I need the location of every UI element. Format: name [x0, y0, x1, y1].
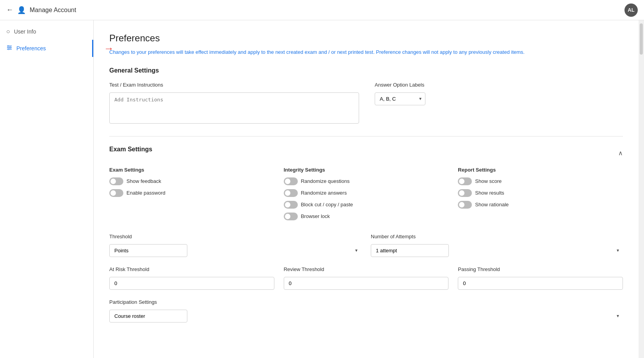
- toggle-thumb-2: [110, 190, 116, 196]
- scrollbar-thumb[interactable]: [640, 23, 643, 55]
- threshold-row: Threshold Points Percentage ▾ Number of …: [109, 234, 623, 257]
- red-arrow-icon: →: [104, 43, 114, 55]
- participation-settings-label: Participation Settings: [109, 299, 623, 305]
- header: ← 👤 Manage Account AL: [0, 0, 644, 20]
- answer-option-labels-group: Answer Option Labels A, B, C 1, 2, 3 a, …: [375, 82, 425, 105]
- review-threshold-label: Review Threshold: [284, 266, 449, 272]
- enable-password-label: Enable password: [126, 190, 165, 196]
- show-feedback-label: Show feedback: [126, 178, 161, 184]
- info-text: Changes to your preferences will take ef…: [109, 48, 623, 56]
- general-settings-title: General Settings: [109, 67, 623, 74]
- randomize-questions-row: Randomize questions: [284, 177, 449, 185]
- threshold-label: Threshold: [109, 234, 361, 239]
- at-risk-threshold-group: At Risk Threshold: [109, 266, 274, 290]
- browser-lock-label: Browser lock: [301, 213, 330, 219]
- svg-point-3: [8, 46, 9, 47]
- manage-account-icon: 👤: [17, 6, 26, 14]
- exam-settings-col: Exam Settings Show feedback: [109, 167, 274, 224]
- show-results-toggle[interactable]: [458, 189, 472, 197]
- randomize-answers-toggle[interactable]: [284, 189, 298, 197]
- toggle-thumb-9: [459, 202, 464, 207]
- enable-password-row: Enable password: [109, 189, 274, 197]
- randomize-questions-toggle[interactable]: [284, 177, 298, 185]
- attempts-label: Number of Attempts: [371, 234, 623, 239]
- attempts-chevron-icon: ▾: [617, 248, 619, 253]
- exam-settings-grid: Exam Settings Show feedback: [109, 167, 623, 224]
- svg-point-5: [8, 49, 9, 50]
- page-title: Preferences: [109, 33, 623, 44]
- show-rationale-toggle[interactable]: [458, 201, 472, 209]
- sidebar-item-preferences[interactable]: Preferences →: [0, 40, 93, 57]
- report-settings-col: Report Settings Show score: [458, 167, 623, 224]
- sidebar-label-preferences: Preferences: [16, 45, 46, 51]
- toggle-thumb: [110, 179, 116, 184]
- randomize-answers-row: Randomize answers: [284, 189, 449, 197]
- answer-option-labels-wrapper: A, B, C 1, 2, 3 a, b, c ▾: [375, 92, 425, 105]
- participation-settings-wrapper: Course roster Open Password Protected ▾: [109, 310, 623, 323]
- toggle-thumb-6: [285, 214, 290, 219]
- show-feedback-row: Show feedback: [109, 177, 274, 185]
- participation-chevron-icon: ▾: [617, 313, 619, 319]
- participation-settings-group: Participation Settings Course roster Ope…: [109, 299, 623, 323]
- layout: ○ User Info Preferences → Preferences Ch…: [0, 20, 644, 358]
- review-threshold-group: Review Threshold: [284, 266, 449, 290]
- attempts-select-wrapper: 1 attempt 2 attempts 3 attempts Unlimite…: [371, 244, 623, 257]
- integrity-settings-col: Integrity Settings Randomize questions: [284, 167, 449, 224]
- show-feedback-toggle[interactable]: [109, 177, 123, 185]
- passing-threshold-group: Passing Threshold: [458, 266, 623, 290]
- answer-option-labels-select[interactable]: A, B, C 1, 2, 3 a, b, c: [375, 92, 425, 105]
- exam-settings-header: Exam Settings ∧: [109, 146, 623, 161]
- browser-lock-toggle[interactable]: [284, 213, 298, 220]
- back-icon: ←: [6, 6, 13, 14]
- participation-settings-select[interactable]: Course roster Open Password Protected: [109, 310, 187, 323]
- sidebar: ○ User Info Preferences →: [0, 20, 94, 358]
- instructions-textarea[interactable]: [109, 92, 359, 124]
- back-button[interactable]: ←: [6, 6, 13, 14]
- toggle-thumb-7: [459, 179, 464, 184]
- general-settings-grid: Test / Exam Instructions Answer Option L…: [109, 82, 623, 124]
- answer-option-labels-label: Answer Option Labels: [375, 82, 425, 88]
- toggle-thumb-8: [459, 190, 464, 196]
- threshold-chevron-icon: ▾: [355, 248, 358, 253]
- passing-threshold-label: Passing Threshold: [458, 266, 623, 272]
- randomize-questions-label: Randomize questions: [301, 178, 350, 184]
- scrollbar[interactable]: [639, 20, 644, 358]
- header-title: Manage Account: [30, 7, 76, 14]
- toggle-thumb-4: [285, 190, 290, 196]
- review-threshold-input[interactable]: [284, 277, 449, 290]
- block-cut-copy-paste-toggle[interactable]: [284, 201, 298, 209]
- exam-settings-collapse-button[interactable]: ∧: [618, 149, 623, 157]
- svg-point-4: [10, 47, 11, 48]
- toggle-thumb-5: [285, 202, 290, 207]
- integrity-settings-col-title: Integrity Settings: [284, 167, 449, 173]
- passing-threshold-input[interactable]: [458, 277, 623, 290]
- avatar[interactable]: AL: [624, 4, 638, 17]
- participation-settings-row: Participation Settings Course roster Ope…: [109, 299, 623, 323]
- enable-password-toggle[interactable]: [109, 189, 123, 197]
- at-risk-threshold-label: At Risk Threshold: [109, 266, 274, 272]
- sidebar-item-user-info[interactable]: ○ User Info: [0, 23, 93, 40]
- header-left: ← 👤 Manage Account: [6, 6, 76, 14]
- at-risk-threshold-input[interactable]: [109, 277, 274, 290]
- report-settings-col-title: Report Settings: [458, 167, 623, 173]
- sidebar-label-user-info: User Info: [14, 28, 36, 35]
- block-cut-copy-paste-label: Block cut / copy / paste: [301, 202, 353, 207]
- section-divider: [109, 136, 623, 136]
- toggle-thumb-3: [285, 179, 290, 184]
- show-score-toggle[interactable]: [458, 177, 472, 185]
- general-settings-section: General Settings Test / Exam Instruction…: [109, 67, 623, 124]
- main-content: Preferences Changes to your preferences …: [94, 20, 639, 358]
- threshold-inputs-row: At Risk Threshold Review Threshold Passi…: [109, 266, 623, 290]
- browser-lock-row: Browser lock: [284, 213, 449, 220]
- exam-settings-col-title: Exam Settings: [109, 167, 274, 173]
- user-info-icon: ○: [6, 28, 10, 35]
- show-score-label: Show score: [475, 178, 502, 184]
- show-results-label: Show results: [475, 190, 504, 196]
- threshold-select[interactable]: Points Percentage: [109, 244, 187, 257]
- threshold-field-group: Threshold Points Percentage ▾: [109, 234, 361, 257]
- preferences-icon: [6, 44, 12, 52]
- threshold-select-wrapper: Points Percentage ▾: [109, 244, 361, 257]
- show-rationale-label: Show rationale: [475, 202, 509, 207]
- randomize-answers-label: Randomize answers: [301, 190, 347, 196]
- attempts-select[interactable]: 1 attempt 2 attempts 3 attempts Unlimite…: [371, 244, 449, 257]
